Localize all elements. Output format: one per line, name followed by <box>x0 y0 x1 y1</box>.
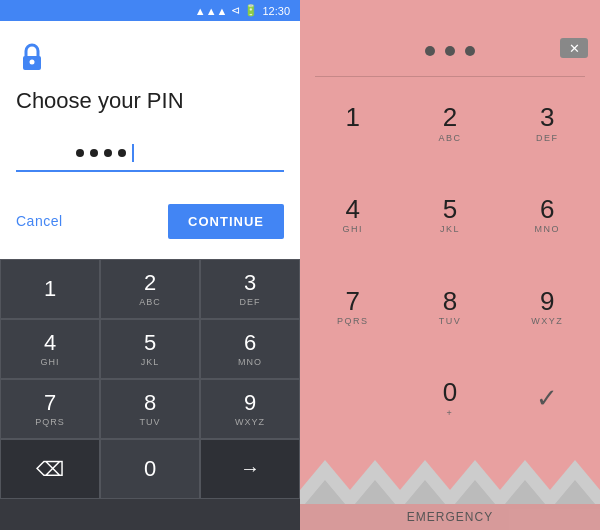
right-key-9-sub: WXYZ <box>531 316 563 326</box>
right-key-1-digit: 1 <box>345 103 359 132</box>
right-key-3-sub: DEF <box>536 133 559 143</box>
next-key[interactable]: → <box>200 439 300 499</box>
lock-icon-container <box>16 41 284 77</box>
pin-input-area <box>16 136 284 184</box>
key-9-sub: WXYZ <box>235 417 265 427</box>
key-8-sub: TUV <box>140 417 161 427</box>
key-7[interactable]: 7 PQRS <box>0 379 100 439</box>
key-7-sub: PQRS <box>35 417 65 427</box>
right-key-8-digit: 8 <box>443 287 457 316</box>
pin-title: Choose your PIN <box>16 87 284 116</box>
key-5-sub: JKL <box>141 357 160 367</box>
right-dot-1 <box>425 46 435 56</box>
right-key-7[interactable]: 7 PQRS <box>304 261 401 353</box>
right-check-key[interactable]: ✓ <box>499 352 596 444</box>
key-5-digit: 5 <box>144 330 156 356</box>
next-icon: → <box>240 457 260 480</box>
pin-dots-row <box>16 136 284 172</box>
cancel-button[interactable]: Cancel <box>16 207 63 235</box>
status-bar: ▲▲▲ ⊲ 🔋 12:30 <box>0 0 300 21</box>
svg-point-1 <box>30 60 35 65</box>
pin-actions: Cancel CONTINUE <box>16 200 284 243</box>
key-0-digit: 0 <box>144 456 156 482</box>
left-panel: ▲▲▲ ⊲ 🔋 12:30 Choose your PIN <box>0 0 300 530</box>
right-key-3[interactable]: 3 DEF <box>499 77 596 169</box>
right-key-4[interactable]: 4 GHI <box>304 169 401 261</box>
pin-dot-4 <box>118 149 126 157</box>
pin-dot-3 <box>104 149 112 157</box>
key-3-sub: DEF <box>240 297 261 307</box>
wifi-icon: ⊲ <box>231 4 240 17</box>
signal-icon: ▲▲▲ <box>195 5 228 17</box>
key-9-digit: 9 <box>244 390 256 416</box>
right-key-7-digit: 7 <box>345 287 359 316</box>
key-1[interactable]: 1 <box>0 259 100 319</box>
right-key-8[interactable]: 8 TUV <box>401 261 498 353</box>
right-key-5[interactable]: 5 JKL <box>401 169 498 261</box>
chevron-area <box>300 444 600 504</box>
right-backspace-button[interactable]: ✕ <box>560 38 588 58</box>
key-7-digit: 7 <box>44 390 56 416</box>
backspace-key[interactable]: ⌫ <box>0 439 100 499</box>
key-2-digit: 2 <box>144 270 156 296</box>
right-key-9[interactable]: 9 WXYZ <box>499 261 596 353</box>
right-dot-2 <box>445 46 455 56</box>
key-5[interactable]: 5 JKL <box>100 319 200 379</box>
time-display: 12:30 <box>262 5 290 17</box>
key-4[interactable]: 4 GHI <box>0 319 100 379</box>
key-8[interactable]: 8 TUV <box>100 379 200 439</box>
right-key-0-digit: 0 <box>443 378 457 407</box>
right-key-3-digit: 3 <box>540 103 554 132</box>
right-key-6-sub: MNO <box>535 224 561 234</box>
right-key-8-sub: TUV <box>439 316 462 326</box>
continue-button[interactable]: CONTINUE <box>168 204 284 239</box>
status-icons: ▲▲▲ ⊲ 🔋 12:30 <box>195 4 290 17</box>
key-3[interactable]: 3 DEF <box>200 259 300 319</box>
right-key-4-digit: 4 <box>345 195 359 224</box>
pin-setup-area: Choose your PIN Cancel CONTINUE <box>0 21 300 259</box>
key-6-digit: 6 <box>244 330 256 356</box>
key-6-sub: MNO <box>238 357 262 367</box>
right-dot-3 <box>465 46 475 56</box>
pin-dots-right <box>425 30 475 66</box>
right-key-0[interactable]: 0 + <box>401 352 498 444</box>
right-key-0-sub: + <box>447 408 454 418</box>
key-9[interactable]: 9 WXYZ <box>200 379 300 439</box>
right-key-7-sub: PQRS <box>337 316 369 326</box>
pin-cursor <box>132 144 134 162</box>
pin-dot-2 <box>90 149 98 157</box>
right-key-5-digit: 5 <box>443 195 457 224</box>
battery-icon: 🔋 <box>244 4 258 17</box>
emergency-bar[interactable]: EMERGENCY <box>300 504 600 530</box>
right-panel: ✕ 1 2 ABC 3 DEF 4 GHI 5 JK <box>300 0 600 530</box>
left-keyboard: 1 2 ABC 3 DEF 4 GHI 5 JKL 6 MNO 7 PQRS 8 <box>0 259 300 530</box>
right-backspace-icon: ✕ <box>569 41 580 56</box>
right-key-1[interactable]: 1 <box>304 77 401 169</box>
right-key-6-digit: 6 <box>540 195 554 224</box>
right-key-2[interactable]: 2 ABC <box>401 77 498 169</box>
key-4-sub: GHI <box>40 357 59 367</box>
chevron-svg <box>300 444 600 504</box>
right-key-5-sub: JKL <box>440 224 460 234</box>
right-key-empty <box>304 352 401 444</box>
key-8-digit: 8 <box>144 390 156 416</box>
emergency-label: EMERGENCY <box>407 510 493 524</box>
key-3-digit: 3 <box>244 270 256 296</box>
key-4-digit: 4 <box>44 330 56 356</box>
right-keypad: 1 2 ABC 3 DEF 4 GHI 5 JKL 6 MNO <box>300 77 600 444</box>
check-icon: ✓ <box>536 383 558 414</box>
right-key-2-sub: ABC <box>438 133 461 143</box>
right-key-2-digit: 2 <box>443 103 457 132</box>
right-key-9-digit: 9 <box>540 287 554 316</box>
backspace-icon: ⌫ <box>36 457 64 481</box>
key-2-sub: ABC <box>139 297 161 307</box>
key-2[interactable]: 2 ABC <box>100 259 200 319</box>
pin-dot-1 <box>76 149 84 157</box>
right-key-1-sub <box>351 133 355 143</box>
key-6[interactable]: 6 MNO <box>200 319 300 379</box>
right-key-4-sub: GHI <box>342 224 363 234</box>
key-1-digit: 1 <box>44 276 56 302</box>
right-key-6[interactable]: 6 MNO <box>499 169 596 261</box>
key-0[interactable]: 0 <box>100 439 200 499</box>
right-keyboard-area: ✕ 1 2 ABC 3 DEF 4 GHI 5 JK <box>300 0 600 444</box>
